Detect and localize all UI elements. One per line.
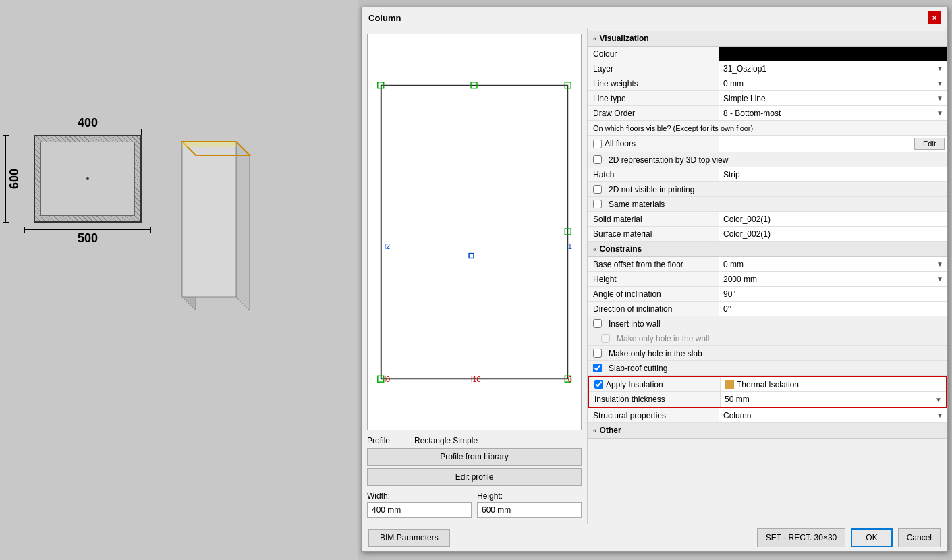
visualization-section-header: « Visualization	[588, 31, 947, 47]
3d-view	[162, 128, 270, 333]
slab-roof-checkbox[interactable]	[593, 364, 602, 372]
insulation-section: Apply Insulation Thermal Isolation Insul…	[588, 376, 947, 408]
cancel-button[interactable]: Cancel	[898, 528, 941, 547]
layer-dropdown-arrow: ▼	[936, 65, 943, 72]
same-mat-row: Same materials	[588, 197, 947, 212]
all-floors-edit: Edit	[719, 136, 947, 152]
ok-button[interactable]: OK	[851, 528, 892, 547]
insulation-thickness-value[interactable]: 50 mm ▼	[721, 392, 946, 407]
structural-row: Structural properties Column ▼	[588, 408, 947, 423]
no-print-row: 2D not visible in printing	[588, 182, 947, 197]
dim-600-label: 600	[7, 169, 22, 189]
svg-text:l2: l2	[385, 242, 390, 250]
same-mat-label: Same materials	[609, 200, 665, 209]
direction-text: 0°	[723, 304, 731, 314]
hatch-label: Hatch	[588, 167, 719, 181]
direction-value[interactable]: 0°	[719, 302, 947, 316]
solid-mat-value[interactable]: Color_002(1)	[719, 212, 947, 226]
layer-value-text: 31_Oszlop1	[723, 64, 766, 74]
draw-order-arrow: ▼	[936, 109, 943, 117]
other-chevron: «	[593, 427, 597, 435]
drawing-area: 400 600	[0, 0, 358, 560]
profile-from-library-button[interactable]: Profile from Library	[367, 448, 582, 466]
dimension-row: Width: Height:	[367, 491, 582, 518]
apply-insulation-checkbox[interactable]	[594, 380, 603, 389]
vis-chevron: «	[593, 35, 597, 43]
svg-text:l10: l10	[471, 375, 481, 383]
line-type-row: Line type Simple Line ▼	[588, 91, 947, 106]
all-floors-checkbox[interactable]	[593, 140, 602, 148]
hatch-value[interactable]: Strip	[719, 167, 947, 181]
draw-order-row: Draw Order 8 - Bottom-most ▼	[588, 106, 947, 121]
colour-row: Colour	[588, 47, 947, 61]
structural-text: Column	[723, 411, 751, 420]
rep-3d-row: 2D representation by 3D top view	[588, 152, 947, 167]
line-type-text: Simple Line	[723, 94, 766, 103]
rep-3d-checkbox[interactable]	[593, 155, 602, 164]
all-floors-label: All floors	[605, 139, 636, 148]
colour-label: Colour	[588, 47, 719, 61]
insert-wall-checkbox[interactable]	[593, 319, 602, 328]
no-print-checkbox[interactable]	[593, 185, 602, 194]
draw-order-label: Draw Order	[588, 106, 719, 120]
line-weights-text: 0 mm	[723, 79, 744, 88]
angle-label: Angle of inclination	[588, 287, 719, 301]
constrains-title: Constrains	[600, 244, 642, 254]
angle-text: 90°	[723, 289, 735, 299]
constrains-section-header: « Constrains	[588, 242, 947, 257]
bim-parameters-button[interactable]: BIM Parameters	[368, 529, 450, 547]
layer-value[interactable]: 31_Oszlop1 ▼	[719, 61, 947, 76]
rep-3d-label: 2D representation by 3D top view	[609, 155, 728, 165]
structural-value[interactable]: Column ▼	[719, 408, 947, 422]
solid-mat-text: Color_002(1)	[723, 215, 771, 224]
height-prop-arrow: ▼	[936, 275, 943, 283]
direction-label: Direction of inclination	[588, 302, 719, 316]
colour-value[interactable]	[719, 47, 947, 61]
dialog-title: Column	[368, 13, 401, 23]
profile-info: Profile Rectangle Simple	[367, 436, 582, 445]
footer-left: BIM Parameters	[368, 529, 450, 547]
width-label: Width:	[367, 491, 472, 501]
width-input[interactable]	[367, 502, 472, 518]
svg-marker-3	[182, 142, 236, 297]
insulation-thickness-label: Insulation thickness	[589, 392, 721, 407]
line-weights-arrow: ▼	[936, 80, 943, 87]
height-label: Height:	[477, 491, 582, 501]
line-weights-value[interactable]: 0 mm ▼	[719, 76, 947, 90]
svg-rect-6	[381, 86, 568, 379]
base-offset-value[interactable]: 0 mm ▼	[719, 257, 947, 271]
surface-mat-row: Surface material Color_002(1)	[588, 227, 947, 242]
layer-label: Layer	[588, 61, 719, 76]
column-dialog: Column ×	[361, 7, 948, 552]
structural-label: Structural properties	[588, 408, 719, 422]
height-input[interactable]	[477, 502, 582, 518]
apply-insulation-label: Apply Insulation	[606, 380, 663, 389]
surface-mat-value[interactable]: Color_002(1)	[719, 227, 947, 241]
dialog-footer: BIM Parameters SET - RECT. 30×30 OK Canc…	[362, 524, 947, 551]
direction-row: Direction of inclination 0°	[588, 302, 947, 316]
background: 400 600	[0, 0, 952, 560]
plan-view-rect	[34, 135, 142, 223]
line-type-value[interactable]: Simple Line ▼	[719, 91, 947, 105]
svg-marker-2	[236, 142, 250, 310]
hole-wall-row: Make only hole in the wall	[588, 331, 947, 346]
close-button[interactable]: ×	[928, 11, 941, 24]
height-prop-value[interactable]: 2000 mm ▼	[719, 272, 947, 286]
surface-mat-label: Surface material	[588, 227, 719, 241]
insulation-thickness-row: Insulation thickness 50 mm ▼	[589, 392, 946, 407]
insert-wall-row: Insert into wall	[588, 316, 947, 331]
thermal-value[interactable]: Thermal Isolation	[721, 377, 946, 391]
edit-profile-button[interactable]: Edit profile	[367, 468, 582, 486]
other-title: Other	[600, 426, 621, 435]
hole-slab-label: Make only hole in the slab	[609, 349, 702, 358]
same-mat-checkbox[interactable]	[593, 200, 602, 208]
hole-wall-checkbox[interactable]	[601, 334, 610, 343]
height-row: Height 2000 mm ▼	[588, 272, 947, 287]
all-floors-edit-button[interactable]: Edit	[914, 138, 945, 150]
draw-order-value[interactable]: 8 - Bottom-most ▼	[719, 106, 947, 120]
draw-order-text: 8 - Bottom-most	[723, 109, 781, 118]
angle-value[interactable]: 90°	[719, 287, 947, 301]
props-panel: « Visualization Colour Layer 31_Oszlop1 …	[588, 28, 947, 524]
hole-slab-checkbox[interactable]	[593, 349, 602, 358]
set-rect-button[interactable]: SET - RECT. 30×30	[757, 528, 846, 547]
